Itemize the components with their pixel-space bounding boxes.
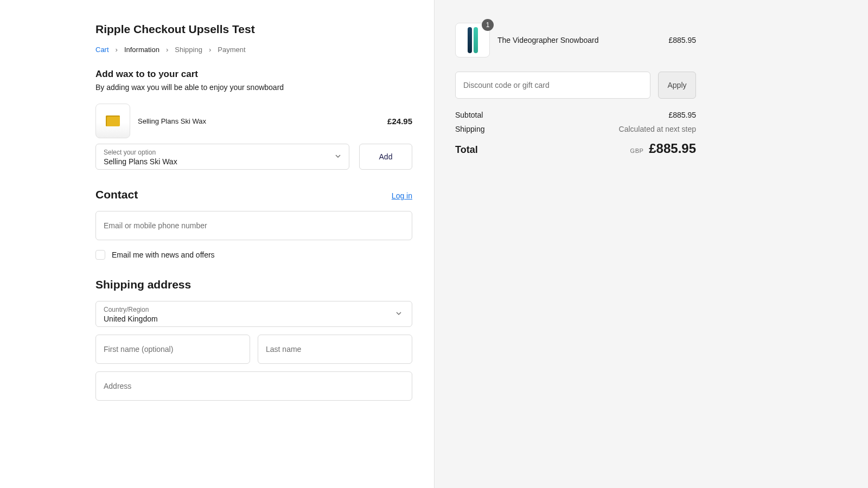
breadcrumb-cart[interactable]: Cart xyxy=(95,46,109,54)
add-button[interactable]: Add xyxy=(359,144,412,170)
cart-item-price: £885.95 xyxy=(668,36,696,44)
total-label: Total xyxy=(455,144,478,156)
chevron-right-icon: › xyxy=(116,46,118,54)
country-label: Country/Region xyxy=(104,306,404,313)
country-value: United Kingdom xyxy=(104,314,158,323)
country-select[interactable]: Country/Region United Kingdom xyxy=(95,301,412,327)
store-title: Ripple Checkout Upsells Test xyxy=(95,23,412,36)
address-field[interactable] xyxy=(95,371,412,401)
email-field[interactable] xyxy=(95,211,412,240)
shipping-heading: Shipping address xyxy=(95,278,412,291)
select-value: Selling Plans Ski Wax xyxy=(104,157,177,166)
breadcrumb-shipping: Shipping xyxy=(175,46,202,54)
chevron-right-icon: › xyxy=(209,46,211,54)
upsell-product-image xyxy=(95,104,130,138)
shipping-cost-value: Calculated at next step xyxy=(619,125,696,133)
shipping-cost-row: Shipping Calculated at next step xyxy=(455,125,696,133)
last-name-field[interactable] xyxy=(258,335,412,364)
snowboard-icon xyxy=(474,27,478,53)
select-label: Select your option xyxy=(104,149,341,156)
cart-item-name: The Videographer Snowboard xyxy=(497,36,661,44)
discount-code-field[interactable] xyxy=(455,72,650,99)
newsletter-label: Email me with news and offers xyxy=(112,251,215,259)
upsell-product-row: Selling Plans Ski Wax £24.95 xyxy=(95,104,412,138)
snowboard-icon xyxy=(468,27,472,53)
chevron-right-icon: › xyxy=(166,46,168,54)
newsletter-checkbox[interactable] xyxy=(95,250,105,260)
chevron-down-icon xyxy=(335,152,341,161)
breadcrumb-payment: Payment xyxy=(218,46,245,54)
upsell-product-name: Selling Plans Ski Wax xyxy=(138,117,380,125)
subtotal-value: £885.95 xyxy=(668,111,696,119)
total-row: Total GBP £885.95 xyxy=(455,141,696,156)
upsell-variant-select[interactable]: Select your option Selling Plans Ski Wax xyxy=(95,144,349,170)
contact-heading: Contact xyxy=(95,188,138,201)
total-value: £885.95 xyxy=(649,141,696,156)
breadcrumb: Cart › Information › Shipping › Payment xyxy=(95,46,412,54)
apply-button[interactable]: Apply xyxy=(658,72,696,99)
first-name-field[interactable] xyxy=(95,335,250,364)
shipping-cost-label: Shipping xyxy=(455,125,485,133)
currency-code: GBP xyxy=(630,147,644,154)
subtotal-row: Subtotal £885.95 xyxy=(455,111,696,119)
upsell-subtitle: By adding wax you will be able to enjoy … xyxy=(95,83,412,92)
cart-line-item: 1 The Videographer Snowboard £885.95 xyxy=(455,23,696,57)
chevron-down-icon xyxy=(395,310,402,318)
login-link[interactable]: Log in xyxy=(392,191,412,200)
subtotal-label: Subtotal xyxy=(455,111,483,119)
wax-icon xyxy=(106,115,120,126)
upsell-product-price: £24.95 xyxy=(387,117,412,126)
upsell-heading: Add wax to to your cart xyxy=(95,69,412,80)
breadcrumb-information: Information xyxy=(124,46,159,54)
quantity-badge: 1 xyxy=(482,19,494,31)
cart-item-image: 1 xyxy=(455,23,490,57)
